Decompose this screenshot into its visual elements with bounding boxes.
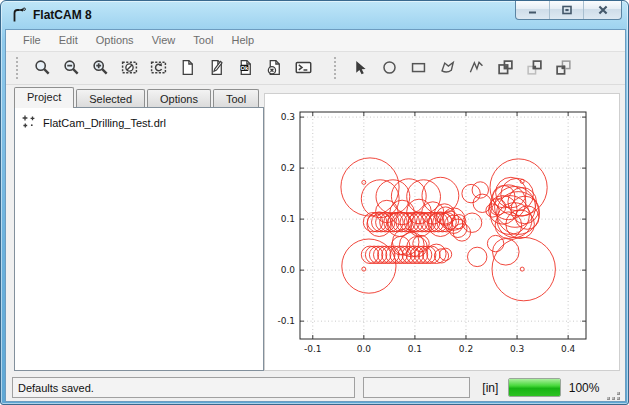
cursor-icon bbox=[352, 59, 369, 76]
circle-icon bbox=[381, 59, 398, 76]
units-indicator: [in] bbox=[482, 381, 498, 395]
plot-canvas[interactable]: -0.10.00.10.20.30.4-0.10.00.10.20.3 bbox=[264, 93, 620, 371]
app-window: FlatCAM 8 FileEditOptionsViewToolHelp Ok… bbox=[0, 0, 629, 405]
status-bar: Defaults saved. [in] 100% bbox=[6, 375, 625, 401]
subtract-icon bbox=[555, 59, 572, 76]
delete-object-button[interactable] bbox=[260, 54, 289, 82]
menu-item-help[interactable]: Help bbox=[222, 31, 263, 49]
app-content: FileEditOptionsViewToolHelp Ok ProjectSe… bbox=[5, 29, 626, 402]
restore-button[interactable] bbox=[550, 0, 584, 19]
main-area: ProjectSelectedOptionsTool FlatCam_Drill… bbox=[6, 85, 625, 375]
svg-text:0.0: 0.0 bbox=[357, 344, 372, 354]
drill-object-icon bbox=[21, 114, 37, 132]
menu-bar: FileEditOptionsViewToolHelp bbox=[6, 30, 625, 52]
svg-text:-0.1: -0.1 bbox=[277, 316, 295, 326]
polyline-icon bbox=[468, 59, 485, 76]
svg-text:0.1: 0.1 bbox=[408, 344, 422, 354]
tree-item-label: FlatCam_Drilling_Test.drl bbox=[43, 117, 166, 129]
zoom-out-button[interactable] bbox=[57, 54, 86, 82]
toolbar-drag-handle[interactable] bbox=[334, 57, 338, 79]
minimize-button[interactable] bbox=[516, 0, 550, 19]
tab-project[interactable]: Project bbox=[14, 87, 74, 108]
draw-circle-button[interactable] bbox=[375, 54, 404, 82]
menu-item-view[interactable]: View bbox=[143, 31, 185, 49]
replot-button[interactable] bbox=[144, 54, 173, 82]
edit-file-icon bbox=[208, 59, 225, 76]
window-title: FlatCAM 8 bbox=[33, 8, 92, 22]
menu-item-options[interactable]: Options bbox=[87, 31, 143, 49]
zoom-in-icon bbox=[92, 59, 109, 76]
svg-text:-0.1: -0.1 bbox=[304, 344, 322, 354]
select-tool-button[interactable] bbox=[346, 54, 375, 82]
flatcam-logo-icon bbox=[11, 7, 27, 23]
progress-bar bbox=[508, 378, 560, 397]
zoom-in-button[interactable] bbox=[86, 54, 115, 82]
menu-item-edit[interactable]: Edit bbox=[50, 31, 87, 49]
file-ok-icon: Ok bbox=[237, 59, 254, 76]
svg-text:0.0: 0.0 bbox=[281, 265, 296, 275]
edit-project-button[interactable] bbox=[202, 54, 231, 82]
zoom-fit-button[interactable] bbox=[28, 54, 57, 82]
rectangle-icon bbox=[410, 59, 427, 76]
project-tree[interactable]: FlatCam_Drilling_Test.drl bbox=[14, 107, 264, 371]
progress-fill bbox=[509, 379, 559, 396]
union-button[interactable] bbox=[491, 54, 520, 82]
left-column: ProjectSelectedOptionsTool FlatCam_Drill… bbox=[6, 85, 264, 375]
toolbar-drag-handle[interactable] bbox=[16, 57, 20, 79]
window-controls bbox=[515, 0, 622, 20]
svg-text:0.1: 0.1 bbox=[281, 214, 295, 224]
svg-text:0.2: 0.2 bbox=[281, 163, 295, 173]
draw-polygon-button[interactable] bbox=[433, 54, 462, 82]
shell-button[interactable] bbox=[289, 54, 318, 82]
svg-text:Ok: Ok bbox=[241, 65, 249, 71]
intersection-icon bbox=[526, 59, 543, 76]
menu-item-file[interactable]: File bbox=[14, 31, 50, 49]
clear-plot-button[interactable] bbox=[115, 54, 144, 82]
title-bar[interactable]: FlatCAM 8 bbox=[1, 1, 628, 29]
status-message-text: Defaults saved. bbox=[18, 382, 94, 394]
draw-path-button[interactable] bbox=[462, 54, 491, 82]
menu-item-tool[interactable]: Tool bbox=[184, 31, 222, 49]
zoom-fit-icon bbox=[34, 59, 51, 76]
union-icon bbox=[497, 59, 514, 76]
clear-plot-icon bbox=[121, 59, 138, 76]
plot-figure: -0.10.00.10.20.30.4-0.10.00.10.20.3 bbox=[265, 94, 619, 366]
minimize-icon bbox=[527, 4, 539, 16]
status-panel-2 bbox=[363, 377, 470, 398]
tab-options[interactable]: Options bbox=[147, 89, 211, 108]
progress-percent-label: 100% bbox=[569, 381, 600, 395]
svg-text:0.3: 0.3 bbox=[510, 344, 524, 354]
status-message: Defaults saved. bbox=[12, 377, 355, 398]
resize-grip[interactable] bbox=[607, 387, 621, 401]
close-icon bbox=[597, 4, 609, 16]
close-button[interactable] bbox=[584, 0, 621, 19]
replot-icon bbox=[150, 59, 167, 76]
terminal-icon bbox=[295, 59, 312, 76]
tab-tool[interactable]: Tool bbox=[213, 89, 259, 108]
polygon-icon bbox=[439, 59, 456, 76]
zoom-out-icon bbox=[63, 59, 80, 76]
tab-bar: ProjectSelectedOptionsTool bbox=[14, 87, 264, 108]
svg-text:0.4: 0.4 bbox=[561, 344, 576, 354]
main-toolbar: Ok bbox=[6, 52, 625, 85]
new-file-icon bbox=[179, 59, 196, 76]
file-delete-icon bbox=[266, 59, 283, 76]
draw-rectangle-button[interactable] bbox=[404, 54, 433, 82]
accept-button[interactable]: Ok bbox=[231, 54, 260, 82]
new-project-button[interactable] bbox=[173, 54, 202, 82]
tree-item[interactable]: FlatCam_Drilling_Test.drl bbox=[17, 112, 261, 134]
restore-icon bbox=[561, 4, 573, 16]
svg-text:0.3: 0.3 bbox=[281, 112, 295, 122]
tab-selected[interactable]: Selected bbox=[76, 89, 145, 108]
subtract-button[interactable] bbox=[549, 54, 578, 82]
svg-text:0.2: 0.2 bbox=[459, 344, 473, 354]
intersection-button[interactable] bbox=[520, 54, 549, 82]
